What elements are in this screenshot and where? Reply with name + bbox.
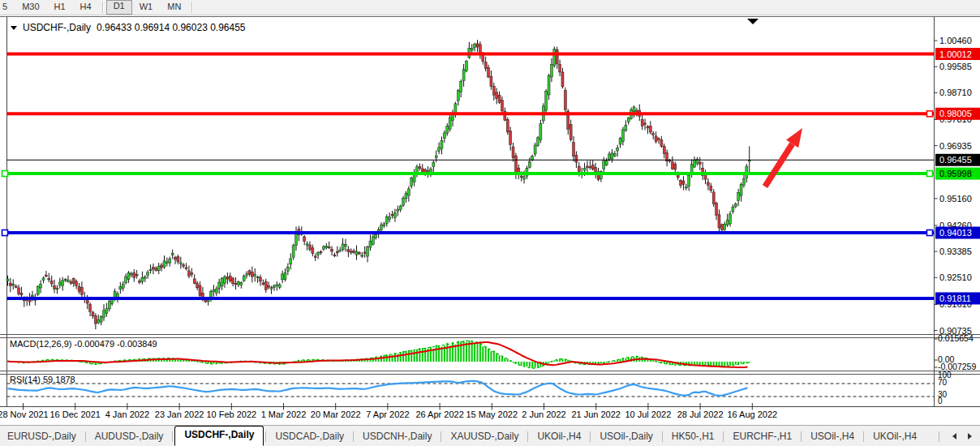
svg-text:15 May 2022: 15 May 2022 [466, 410, 518, 419]
rsi-indicator: 10070300 [7, 371, 952, 405]
hline-handle[interactable] [2, 230, 8, 236]
tab-hk50-h1[interactable]: HK50-,H1 [664, 427, 722, 446]
svg-text:4 Jan 2022: 4 Jan 2022 [105, 410, 149, 419]
macd-label: MACD(12,26,9) -0.000479 -0.003849 [10, 339, 157, 349]
svg-text:0.95998: 0.95998 [939, 169, 972, 178]
svg-text:1.00460: 1.00460 [939, 36, 972, 45]
hline-handle[interactable] [2, 171, 8, 177]
tab-usdchf-daily[interactable]: USDCHF-,Daily [174, 426, 264, 446]
ohlc-values: 0.96433 0.96914 0.96023 0.96455 [97, 22, 246, 33]
tab-audusd-daily[interactable]: AUDUSD-,Daily [88, 427, 171, 446]
tab-separator [441, 431, 441, 442]
tab-separator [662, 431, 663, 442]
bar-position-marker-icon [747, 19, 759, 24]
svg-text:0.96935: 0.96935 [939, 141, 972, 151]
svg-text:0.98710: 0.98710 [939, 88, 972, 97]
svg-text:16 Aug 2022: 16 Aug 2022 [727, 410, 777, 419]
chart-title: USDCHF-,Daily 0.96433 0.96914 0.96023 0.… [11, 22, 246, 33]
svg-text:23 Jan 2022: 23 Jan 2022 [155, 410, 204, 419]
tab-usdcnh-daily[interactable]: USDCNH-,Daily [355, 427, 439, 446]
tab-xauusd-daily[interactable]: XAUUSD-,Daily [443, 427, 526, 446]
svg-text:0.015654: 0.015654 [938, 333, 974, 343]
tab-ukoil-h4[interactable]: UKOil-,H4 [530, 427, 588, 446]
tab-usdcad-daily[interactable]: USDCAD-,Daily [268, 427, 351, 446]
macd-values: -0.000479 -0.003849 [74, 339, 157, 349]
tab-usoil-daily[interactable]: USOil-,Daily [592, 427, 660, 446]
mt4-chart-window: 1.004600.995850.987100.978100.969350.951… [0, 0, 980, 446]
svg-text:70: 70 [938, 378, 948, 387]
timeframe-toolbar: 5M30H1H4D1W1MN [0, 0, 980, 15]
svg-text:1.00012: 1.00012 [939, 49, 972, 59]
hline-handle[interactable] [927, 111, 933, 117]
svg-text:20 Mar 2022: 20 Mar 2022 [311, 410, 361, 419]
toolbar-separator [191, 2, 192, 13]
svg-text:7 Apr 2022: 7 Apr 2022 [366, 410, 409, 419]
tab-separator [172, 431, 173, 442]
timeframe-button-h1[interactable]: H1 [47, 1, 73, 14]
tab-separator [353, 431, 354, 442]
svg-text:0.95160: 0.95160 [939, 194, 972, 204]
date-axis: 28 Nov 202116 Dec 20214 Jan 202223 Jan 2… [0, 403, 777, 419]
tab-separator [590, 431, 591, 442]
timeframe-button-5[interactable]: 5 [0, 1, 15, 14]
tab-eurchf-h1[interactable]: EURCHF-,H1 [725, 427, 799, 446]
svg-text:0.96455: 0.96455 [939, 155, 972, 165]
timeframe-button-d1[interactable]: D1 [106, 0, 132, 15]
timeframe-button-mn[interactable]: MN [160, 1, 188, 14]
svg-text:0.93385: 0.93385 [939, 247, 972, 256]
macd-name: MACD(12,26,9) [10, 339, 71, 349]
svg-text:2 Jun 2022: 2 Jun 2022 [522, 410, 565, 419]
timeframe-button-m30[interactable]: M30 [15, 1, 46, 14]
tab-separator [723, 431, 724, 442]
tab-separator [939, 431, 939, 442]
svg-text:10 Feb 2022: 10 Feb 2022 [206, 410, 256, 419]
svg-text:0.92510: 0.92510 [939, 272, 972, 282]
timeframe-button-w1[interactable]: W1 [132, 1, 161, 14]
tab-separator [527, 431, 528, 442]
svg-text:0.94013: 0.94013 [939, 228, 972, 238]
rsi-name: RSI(14) [10, 375, 41, 384]
trend-arrow-annotation[interactable] [765, 128, 802, 187]
svg-text:16 Dec 2021: 16 Dec 2021 [50, 410, 101, 419]
horizontal-lines [2, 54, 935, 298]
tab-scroll-controls [937, 431, 980, 442]
tab-scroll-right-icon[interactable] [968, 433, 972, 440]
timeframe-button-h4[interactable]: H4 [73, 1, 99, 14]
svg-text:28 Nov 2021: 28 Nov 2021 [0, 410, 49, 419]
tab-separator [265, 431, 266, 442]
symbol-dropdown-icon[interactable] [11, 26, 17, 30]
tab-eurusd-daily[interactable]: EURUSD-,Daily [0, 427, 84, 446]
svg-text:0.91811: 0.91811 [939, 294, 971, 303]
candlestick-series [6, 40, 750, 329]
svg-text:0: 0 [938, 397, 943, 405]
svg-text:10 Jul 2022: 10 Jul 2022 [625, 410, 671, 419]
price-axis: 1.004600.995850.987100.978100.969350.951… [935, 36, 980, 335]
svg-text:26 Apr 2022: 26 Apr 2022 [415, 410, 463, 419]
symbol-tab-bar: EURUSD-,DailyAUDUSD-,DailyUSDCHF-,DailyU… [0, 425, 980, 446]
svg-text:21 Jun 2022: 21 Jun 2022 [571, 410, 621, 419]
symbol-name: USDCHF-,Daily [23, 22, 91, 33]
tab-separator [863, 431, 864, 442]
hline-handle[interactable] [927, 230, 933, 236]
tab-separator [801, 431, 802, 442]
tab-usoil-h4[interactable]: USOil-,H4 [803, 427, 862, 446]
hline-handle[interactable] [927, 171, 933, 177]
svg-text:0.98005: 0.98005 [939, 109, 972, 118]
tab-scroll-left-icon[interactable] [952, 433, 956, 440]
tab-ukoil-h4[interactable]: UKOil-,H4 [866, 427, 924, 446]
tab-separator [85, 431, 86, 442]
svg-text:0.99585: 0.99585 [939, 62, 972, 71]
svg-text:1 Mar 2022: 1 Mar 2022 [261, 410, 307, 419]
rsi-label: RSI(14) 59.1878 [10, 375, 75, 384]
svg-text:28 Jul 2022: 28 Jul 2022 [677, 410, 724, 419]
rsi-value: 59.1878 [43, 375, 75, 384]
chart-canvas: 1.004600.995850.987100.978100.969350.951… [0, 0, 980, 446]
toolbar-separator [102, 2, 103, 13]
